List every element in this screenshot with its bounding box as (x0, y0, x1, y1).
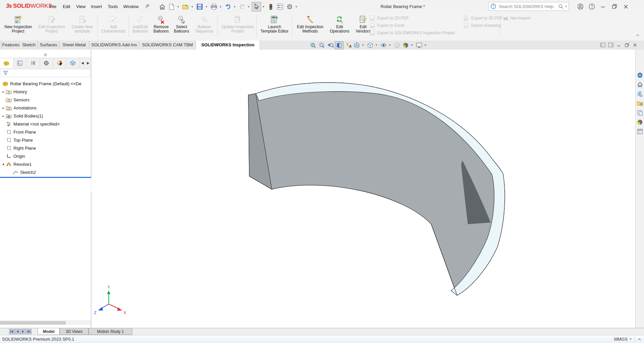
hide-show-items-icon[interactable] (379, 41, 388, 49)
tree-item-revolve1[interactable]: ▾ Revolve1 (0, 160, 90, 168)
tab-model[interactable]: Model (38, 328, 60, 335)
account-icon[interactable] (575, 0, 586, 13)
edit-appearance-icon[interactable] (393, 41, 401, 49)
last-icon[interactable] (26, 329, 32, 334)
tab-surfaces[interactable]: Surfaces (38, 41, 59, 49)
feature-manager-tab[interactable] (0, 58, 13, 68)
tab-sketch[interactable]: Sketch (20, 41, 38, 49)
settings-gear-icon[interactable] (285, 2, 294, 11)
resources-home-icon[interactable] (636, 80, 644, 89)
prev-icon[interactable] (15, 329, 20, 334)
units-value[interactable]: MMGS (614, 337, 628, 342)
annotation-view-icon[interactable]: A (344, 41, 352, 49)
units-dropdown-icon[interactable]: ▼ (629, 338, 632, 341)
view-orientation-icon[interactable] (352, 41, 361, 49)
previous-view-icon[interactable] (326, 41, 335, 49)
minimize-icon[interactable] (597, 0, 609, 13)
expand-arrow[interactable]: ▸ (1, 106, 5, 110)
menu-insert[interactable]: Insert (88, 0, 105, 13)
select-cursor-icon[interactable] (252, 2, 261, 11)
save-icon[interactable] (195, 2, 204, 11)
open-dropdown[interactable]: ▼ (191, 2, 194, 11)
menu-view[interactable]: View (73, 0, 89, 13)
edit-operations-button[interactable]: EditOperations (328, 14, 352, 39)
panel-tabs-scroll-right[interactable]: ▶ (85, 58, 91, 68)
search-icon[interactable] (558, 4, 563, 9)
view-settings-icon[interactable] (415, 41, 424, 49)
options-list-icon[interactable] (276, 2, 285, 11)
search-input[interactable] (498, 4, 558, 9)
tree-item-root[interactable]: Rollar Bearing Frame (Default) <<De (0, 80, 90, 88)
first-icon[interactable] (9, 329, 14, 334)
next-icon[interactable] (20, 329, 26, 334)
tab-motion-study-1[interactable]: Motion Study 1 (89, 328, 132, 335)
panel-horizontal-scrollbar[interactable] (0, 321, 91, 325)
zoom-to-fit-icon[interactable] (309, 41, 317, 49)
tab-solidworks-inspection[interactable]: SOLIDWORKS Inspection (196, 41, 260, 50)
section-view-icon[interactable] (335, 41, 344, 49)
tree-item-sensors[interactable]: Sensors (0, 96, 90, 104)
status-expand-icon[interactable] (638, 338, 641, 341)
expand-arrow[interactable]: ▾ (1, 162, 5, 166)
tree-item-right-plane[interactable]: Right Plane (0, 144, 90, 152)
panel-splitter-dot[interactable] (44, 53, 47, 56)
new-inspection-project-button[interactable]: New InspectionProject (1, 14, 35, 39)
rebuild-traffic-light-icon[interactable] (266, 2, 275, 11)
edit-inspection-methods-button[interactable]: Edit InspectionMethods (293, 14, 327, 39)
display-manager-tab[interactable] (53, 58, 66, 68)
pin-icon[interactable] (144, 3, 151, 10)
3dexperience-icon[interactable] (636, 70, 644, 80)
view-settings-dropdown[interactable]: ▼ (424, 41, 427, 49)
menu-tools[interactable]: Tools (105, 0, 121, 13)
apply-scene-dropdown[interactable]: ▼ (410, 41, 414, 49)
search-dropdown-icon[interactable]: ▼ (565, 5, 567, 8)
tree-item-solid-bodies[interactable]: ▸ Solid Bodies(1) (0, 112, 90, 120)
dimxpert-manager-tab[interactable] (40, 58, 53, 68)
tree-item-sketch2[interactable]: Sketch2 (0, 168, 90, 176)
file-explorer-icon[interactable] (636, 99, 644, 108)
tab-sheet-metal[interactable]: Sheet Metal (59, 41, 89, 49)
tab-features[interactable]: Features (1, 41, 20, 49)
search-box[interactable]: ? ▼ (488, 2, 569, 11)
open-icon[interactable] (181, 2, 190, 11)
restore-icon[interactable] (609, 0, 620, 13)
view-orientation-dropdown[interactable]: ▼ (361, 41, 365, 49)
expand-arrow[interactable]: ▸ (1, 90, 5, 94)
display-style-icon[interactable] (366, 41, 375, 49)
print-dropdown[interactable]: ▼ (219, 2, 222, 11)
configuration-manager-tab[interactable] (27, 58, 40, 68)
display-style-dropdown[interactable]: ▼ (375, 41, 378, 49)
close-icon[interactable] (620, 0, 632, 13)
pane-right-icon[interactable] (607, 42, 615, 48)
custom-properties-icon[interactable] (636, 127, 644, 136)
launch-template-editor-button[interactable]: LaunchTemplate Editor (258, 14, 291, 39)
tree-item-origin[interactable]: Origin (0, 152, 90, 160)
tree-item-front-plane[interactable]: Front Plane (0, 128, 90, 136)
tab-solidworks-add-ins[interactable]: SOLIDWORKS Add-Ins (89, 41, 139, 49)
feature-tree-filter[interactable] (1, 69, 91, 77)
collapse-ribbon-icon[interactable] (636, 34, 640, 37)
tab-solidworks-cam-tbm[interactable]: SOLIDWORKS CAM TBM (139, 41, 196, 49)
zoom-to-area-icon[interactable] (317, 41, 326, 49)
pane-left-icon[interactable] (599, 42, 607, 48)
panel-tabs-scroll-left[interactable]: ◀ (80, 58, 85, 68)
tree-item-material[interactable]: Material <not specified> (0, 120, 90, 128)
menu-file[interactable]: File (46, 0, 59, 13)
undo-dropdown[interactable]: ▼ (233, 2, 236, 11)
expand-arrow[interactable]: ▸ (1, 114, 5, 118)
tree-item-annotations[interactable]: ▸ A Annotations (0, 104, 90, 112)
print-icon[interactable] (209, 2, 218, 11)
tab-3d-views[interactable]: 3D Views (60, 328, 89, 335)
tree-item-history[interactable]: ▸ History (0, 88, 90, 96)
view-palette-icon[interactable] (636, 108, 644, 117)
doc-minimize-icon[interactable] (615, 42, 623, 48)
property-manager-tab[interactable] (13, 58, 27, 68)
doc-close-icon[interactable] (631, 42, 639, 48)
save-dropdown[interactable]: ▼ (205, 2, 208, 11)
tree-item-top-plane[interactable]: Top Plane (0, 136, 90, 144)
new-document-icon[interactable] (167, 2, 176, 11)
select-dropdown[interactable]: ▼ (262, 2, 265, 11)
menu-window[interactable]: Window (120, 0, 142, 13)
hide-show-items-dropdown[interactable]: ▼ (388, 41, 392, 49)
doc-restore-icon[interactable] (623, 42, 631, 48)
